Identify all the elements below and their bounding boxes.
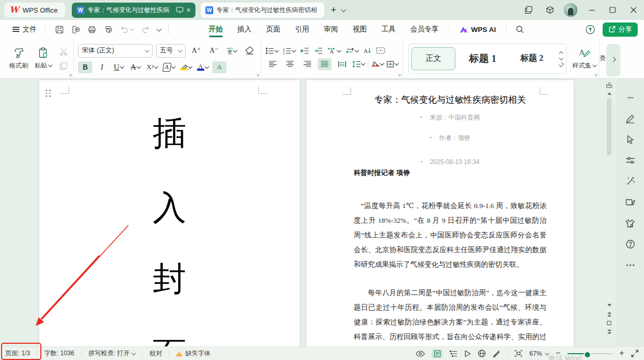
character-scale-icon[interactable]: A: [328, 47, 341, 54]
paragraph-layout-icon[interactable]: [376, 47, 385, 54]
menu-tab-home[interactable]: 开始: [201, 20, 230, 39]
wps-home-button[interactable]: W WPS Office: [4, 3, 65, 17]
play-presentation-icon[interactable]: [464, 350, 471, 357]
zoom-chevron-icon[interactable]: [545, 351, 549, 355]
align-center-icon[interactable]: [283, 58, 297, 70]
shrink-font-button[interactable]: A⁻: [207, 45, 221, 57]
next-page-icon[interactable]: [607, 330, 612, 334]
close-tab-icon[interactable]: ×: [187, 6, 191, 14]
italic-button[interactable]: I: [95, 61, 109, 73]
menu-tab-view[interactable]: 视图: [345, 20, 374, 39]
style-set-button[interactable]: A 样式集: [571, 47, 598, 70]
fit-page-icon[interactable]: [515, 350, 522, 357]
cloud-upload-button[interactable]: [585, 25, 595, 35]
phonetic-guide-button[interactable]: wén变: [225, 45, 239, 57]
share-button[interactable]: 分享: [603, 23, 638, 37]
redo-icon[interactable]: [141, 26, 150, 34]
qat-customize-chevron-icon[interactable]: [157, 26, 162, 31]
cut-icon[interactable]: [59, 47, 68, 56]
select-cursor-icon[interactable]: [616, 129, 644, 150]
decrease-indent-icon[interactable]: [300, 47, 309, 54]
menu-tab-reference[interactable]: 引用: [288, 20, 316, 39]
document-tab-inactive[interactable]: W 专家：气候变化与过敏性疾病密切相: [201, 3, 324, 18]
integrations-cube-icon[interactable]: [539, 0, 560, 20]
minimize-button[interactable]: [581, 0, 602, 20]
document-canvas[interactable]: 插 入 封 面 专家：气候变化与过敏性疾病密切相关 •来源：中国科普网 •作者：…: [0, 79, 602, 347]
collapse-sidebar-icon[interactable]: [616, 87, 644, 108]
eye-protect-icon[interactable]: [416, 351, 425, 357]
format-painter-button[interactable]: 格式刷: [6, 47, 31, 70]
magic-wand-icon[interactable]: [616, 171, 644, 192]
borders-icon[interactable]: [387, 61, 398, 68]
web-view-icon[interactable]: [478, 350, 486, 357]
document-page-2[interactable]: 专家：气候变化与过敏性疾病密切相关 •来源：中国科普网 •作者：项铮 •2025…: [307, 80, 574, 347]
search-button[interactable]: [509, 25, 530, 34]
strikethrough-button[interactable]: A: [128, 61, 143, 73]
increase-indent-icon[interactable]: [314, 47, 323, 54]
workspace-windows-icon[interactable]: [518, 0, 539, 20]
text-effects-button[interactable]: A: [162, 61, 176, 73]
screen-share-icon[interactable]: [176, 7, 183, 13]
shading-color-icon[interactable]: [372, 61, 384, 67]
zoom-in-button[interactable]: +: [619, 348, 624, 358]
spellcheck-toggle[interactable]: 拼写检查: 打开: [82, 347, 143, 360]
menu-tab-insert[interactable]: 插入: [230, 20, 259, 39]
previous-page-icon[interactable]: [607, 312, 612, 317]
more-options-icon[interactable]: [616, 255, 644, 276]
print-preview-icon[interactable]: [104, 25, 113, 34]
style-normal[interactable]: 正文: [409, 45, 458, 73]
missing-font-warning[interactable]: 缺失字体: [169, 347, 217, 360]
menu-tab-member[interactable]: 会员专享: [403, 20, 446, 39]
line-spacing-icon[interactable]: [352, 61, 365, 68]
maximize-button[interactable]: [602, 0, 623, 20]
clipboard-dialog-launcher-icon[interactable]: [68, 72, 72, 77]
zoom-out-button[interactable]: −: [555, 348, 560, 358]
font-color-button[interactable]: A: [195, 61, 210, 73]
scrollbar-thumb[interactable]: [607, 98, 612, 156]
export-pdf-icon[interactable]: [71, 25, 80, 34]
style-heading2[interactable]: 标题 2: [507, 45, 556, 73]
styles-scroll-down-icon[interactable]: [559, 56, 563, 60]
document-tab-active[interactable]: W 专家：气候变化与过敏性疾病 ×: [72, 3, 195, 18]
save-icon[interactable]: [55, 25, 64, 34]
distribute-icon[interactable]: [335, 58, 349, 70]
ribbon-expand-button[interactable]: [606, 44, 620, 77]
clear-format-button[interactable]: [243, 45, 257, 57]
proofread-button[interactable]: 校对: [143, 347, 169, 360]
close-window-button[interactable]: [623, 0, 644, 20]
styles-scroll-up-icon[interactable]: [559, 51, 563, 55]
copy-icon[interactable]: [59, 62, 68, 70]
word-count[interactable]: 字数: 1036: [37, 347, 81, 360]
ruler-toggle-icon[interactable]: [606, 82, 613, 88]
paragraph-dialog-launcher-icon[interactable]: [397, 72, 401, 77]
page-indicator[interactable]: 页面: 1/3: [0, 347, 37, 360]
document-page-1[interactable]: 插 入 封 面: [39, 80, 300, 347]
character-shading-button[interactable]: A: [212, 61, 226, 73]
file-menu-button[interactable]: 文件: [8, 23, 41, 36]
zoom-slider[interactable]: [567, 353, 613, 354]
user-avatar[interactable]: [560, 0, 581, 20]
wps-ai-button[interactable]: WPS AI: [453, 26, 503, 34]
style-heading1[interactable]: 标题 1: [458, 45, 507, 73]
justify-icon[interactable]: [318, 58, 332, 70]
eco-document-icon[interactable]: [616, 192, 644, 213]
numbered-list-icon[interactable]: 123: [283, 47, 296, 54]
select-browse-object-icon[interactable]: [607, 321, 612, 325]
tab-list-chevron-icon[interactable]: [341, 7, 346, 12]
bold-button[interactable]: B: [78, 61, 92, 73]
styles-dialog-launcher-icon[interactable]: [593, 72, 597, 77]
superscript-button[interactable]: X²: [145, 61, 159, 73]
font-name-select[interactable]: 宋体 (正文): [78, 44, 152, 58]
zoom-level[interactable]: 67%: [529, 350, 542, 357]
undo-icon[interactable]: [120, 26, 134, 34]
menu-tab-page[interactable]: 页面: [259, 20, 288, 39]
styles-more-icon[interactable]: [559, 62, 564, 67]
menu-tab-tools[interactable]: 工具: [374, 20, 403, 39]
find-group-clipped-label[interactable]: 查找: [599, 54, 605, 63]
text-direction-icon[interactable]: A: [363, 47, 372, 54]
fullscreen-icon[interactable]: [631, 350, 639, 357]
highlight-color-button[interactable]: [179, 61, 193, 73]
bullet-list-icon[interactable]: [266, 47, 278, 54]
underline-button[interactable]: U: [112, 61, 126, 73]
help-icon[interactable]: [616, 234, 644, 255]
